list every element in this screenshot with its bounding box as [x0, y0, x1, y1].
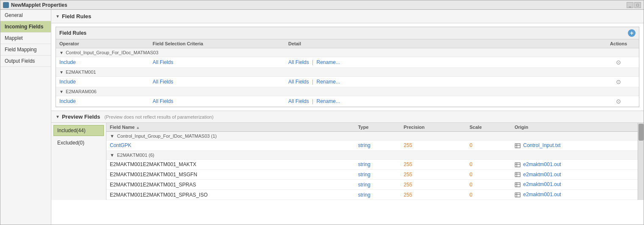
rule-actions-3-1: ⊙ — [602, 98, 636, 105]
sidebar-item-incoming-fields[interactable]: Incoming Fields — [0, 21, 51, 33]
precision-value: 255 — [404, 192, 412, 198]
rule-row-2-1: Include All Fields All Fields | Rename..… — [56, 77, 639, 87]
title-bar-left: NewMapplet Properties — [3, 2, 67, 8]
preview-group-arrow-2[interactable]: ▼ — [110, 153, 114, 158]
rule-criteria-link-2-1[interactable]: All Fields — [153, 79, 173, 85]
rule-criteria-link-1-1[interactable]: All Fields — [153, 59, 173, 65]
rule-operator-link-3-1[interactable]: Include — [59, 98, 76, 104]
preview-collapse-arrow[interactable]: ▼ — [56, 114, 60, 119]
origin-link[interactable]: e2maktm001.out — [523, 192, 561, 197]
preview-group-row-1: ▼ Control_Input_Group_For_IDoc_MATMAS03 … — [106, 132, 638, 141]
preview-tabs: Included(44) Excluded(0) — [51, 123, 106, 200]
rule-detail-text-3-1[interactable]: All Fields — [288, 98, 309, 104]
main-window: NewMapplet Properties _ □ General Incomi… — [0, 0, 644, 225]
rule-detail-1-1: All Fields | Rename... — [288, 59, 602, 65]
rule-operator-link-1-1[interactable]: Include — [59, 59, 76, 65]
cell-type: string — [354, 169, 400, 180]
field-name-link[interactable]: ContGPK — [110, 142, 131, 148]
sidebar-item-output-fields[interactable]: Output Fields — [0, 56, 51, 67]
rule-criteria-2-1: All Fields — [153, 79, 288, 85]
right-scrollbar[interactable] — [638, 123, 644, 200]
sort-arrow-field-name[interactable]: ▲ — [136, 125, 140, 130]
rule-action-icon-1-1[interactable]: ⊙ — [616, 59, 621, 66]
table-icon — [515, 182, 521, 188]
field-name-text: E2MAKTM001E2MAKTM001_MSGFN — [110, 172, 197, 178]
preview-table-header-row: Field Name ▲ Type Precision Scale Origin — [106, 123, 638, 132]
preview-section: ▼ Preview Fields (Preview does not refle… — [51, 111, 644, 200]
cell-field-name: E2MAKTM001E2MAKTM001_MAKTX — [106, 159, 354, 169]
field-rules-collapse-arrow[interactable]: ▼ — [56, 14, 60, 19]
rule-row-3-1: Include All Fields All Fields | Rename..… — [56, 96, 639, 107]
cell-origin: e2maktm001.out — [511, 180, 638, 190]
content-area: General Incoming Fields Mapplet Field Ma… — [0, 10, 644, 225]
rule-detail-rename-3-1[interactable]: Rename... — [317, 98, 340, 104]
origin-link[interactable]: e2maktm001.out — [523, 172, 561, 178]
sidebar-item-mapplet[interactable]: Mapplet — [0, 33, 51, 44]
preview-tab-excluded[interactable]: Excluded(0) — [53, 137, 104, 148]
cell-precision: 255 — [400, 169, 466, 180]
rule-detail-sep-3-1: | — [312, 98, 313, 104]
th-origin: Origin — [511, 123, 638, 132]
preview-table-container[interactable]: Field Name ▲ Type Precision Scale Origin — [106, 123, 638, 200]
cell-scale: 0 — [466, 190, 511, 200]
rule-detail-2-1: All Fields | Rename... — [288, 79, 602, 85]
group-row-2: ▼ E2MAKTM001 — [56, 68, 639, 77]
preview-table: Field Name ▲ Type Precision Scale Origin — [106, 123, 638, 200]
cell-scale: 0 — [466, 141, 511, 151]
scale-value: 0 — [470, 142, 473, 148]
th-field-name: Field Name ▲ — [106, 123, 354, 132]
scale-value: 0 — [470, 161, 473, 167]
svg-rect-9 — [515, 183, 520, 187]
rule-detail-3-1: All Fields | Rename... — [288, 98, 602, 104]
precision-value: 255 — [404, 161, 412, 167]
group3-collapse-arrow[interactable]: ▼ — [59, 89, 64, 94]
main-scroll[interactable]: ▼ Field Rules Field Rules + Operator — [51, 10, 644, 225]
field-name-text: E2MAKTM001E2MAKTM001_SPRAS_ISO — [110, 192, 208, 198]
origin-link[interactable]: e2maktm001.out — [523, 181, 561, 187]
rules-box-title: Field Rules — [59, 30, 86, 36]
svg-rect-6 — [515, 172, 520, 177]
origin-link[interactable]: Control_Input.txt — [523, 142, 560, 148]
scale-value: 0 — [470, 172, 473, 178]
svg-rect-12 — [515, 193, 520, 197]
rule-action-icon-3-1[interactable]: ⊙ — [616, 98, 621, 105]
th-type: Type — [354, 123, 400, 132]
minimize-button[interactable]: _ — [627, 2, 633, 8]
origin-link[interactable]: e2maktm001.out — [523, 161, 561, 167]
rule-operator-link-2-1[interactable]: Include — [59, 79, 76, 85]
sidebar-item-field-mapping[interactable]: Field Mapping — [0, 44, 51, 56]
title-bar: NewMapplet Properties _ □ — [0, 0, 644, 10]
sidebar-item-general[interactable]: General — [0, 10, 51, 21]
table-row: E2MAKTM001E2MAKTM001_MSGFN string 255 0 — [106, 169, 638, 180]
scrollbar-thumb[interactable] — [638, 124, 644, 141]
rule-criteria-1-1: All Fields — [153, 59, 288, 65]
rule-detail-sep-1-1: | — [312, 59, 313, 65]
rule-detail-rename-1-1[interactable]: Rename... — [317, 59, 340, 65]
rule-detail-text-1-1[interactable]: All Fields — [288, 59, 309, 65]
rule-action-icon-2-1[interactable]: ⊙ — [616, 78, 621, 85]
cell-origin: e2maktm001.out — [511, 169, 638, 180]
rule-criteria-link-3-1[interactable]: All Fields — [153, 98, 173, 104]
add-rule-button[interactable]: + — [628, 29, 636, 37]
rules-column-headers: Operator Field Selection Criteria Detail… — [56, 39, 639, 48]
preview-group-name-1: ▼ Control_Input_Group_For_IDoc_MATMAS03 … — [106, 132, 638, 141]
cell-origin: e2maktm001.out — [511, 190, 638, 200]
cell-precision: 255 — [400, 159, 466, 169]
type-value: string — [358, 182, 370, 188]
preview-section-title: Preview Fields — [62, 114, 100, 120]
maximize-button[interactable]: □ — [634, 2, 641, 8]
table-icon — [515, 143, 521, 149]
group3-name: E2MARAM006 — [66, 89, 97, 94]
rule-detail-text-2-1[interactable]: All Fields — [288, 79, 309, 85]
col-header-criteria: Field Selection Criteria — [153, 41, 288, 46]
group2-collapse-arrow[interactable]: ▼ — [59, 70, 64, 75]
group1-collapse-arrow[interactable]: ▼ — [59, 50, 64, 55]
precision-value: 255 — [404, 142, 412, 148]
preview-group-arrow-1[interactable]: ▼ — [110, 133, 114, 139]
table-row: E2MAKTM001E2MAKTM001_MAKTX string 255 0 — [106, 159, 638, 169]
type-value: string — [358, 172, 370, 178]
rule-detail-rename-2-1[interactable]: Rename... — [317, 79, 340, 85]
rule-operator-1-1: Include — [59, 59, 153, 65]
precision-value: 255 — [404, 182, 412, 188]
preview-tab-included[interactable]: Included(44) — [53, 125, 104, 136]
